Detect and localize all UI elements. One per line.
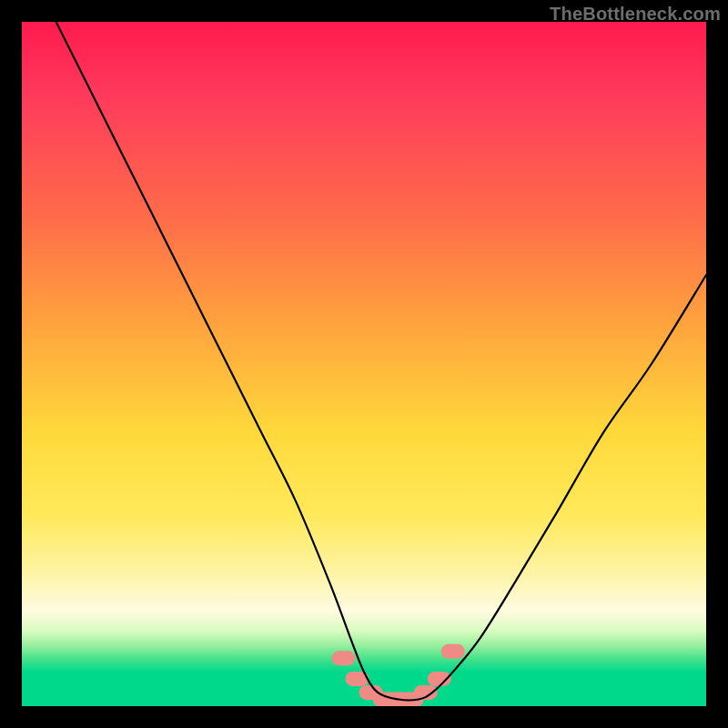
sweet-spot-marker — [441, 644, 465, 659]
sweet-spot-marker — [331, 651, 355, 665]
chart-frame — [22, 22, 706, 706]
chart-svg-layer — [22, 22, 706, 706]
sweet-spot-markers — [331, 644, 464, 706]
bottleneck-curve — [56, 22, 706, 700]
